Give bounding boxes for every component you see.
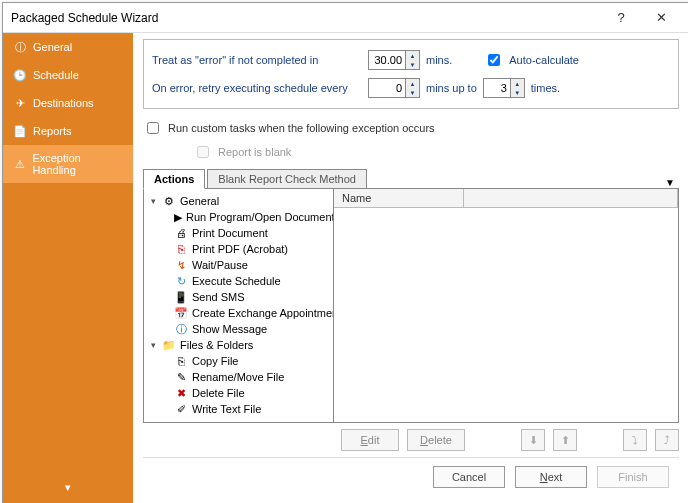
help-button[interactable]: ? xyxy=(601,10,641,25)
window-title: Packaged Schedule Wizard xyxy=(11,11,601,25)
sidebar: ⓘ General 🕒 Schedule ✈ Destinations 📄 Re… xyxy=(3,33,133,503)
close-button[interactable]: ✕ xyxy=(641,10,681,25)
collapse-icon[interactable]: ▾ xyxy=(148,196,158,206)
spin-up-icon[interactable]: ▲ xyxy=(511,79,524,88)
treat-minutes-input[interactable] xyxy=(369,51,405,69)
tree-group-files[interactable]: ▾📁Files & Folders xyxy=(146,337,331,353)
tree-item[interactable]: ⓘShow Message xyxy=(146,321,331,337)
sidebar-collapse[interactable]: ▾ xyxy=(3,471,133,503)
tree-item[interactable]: ✎Rename/Move File xyxy=(146,369,331,385)
action-tree[interactable]: ▾⚙General ▶Run Program/Open Document 🖨Pr… xyxy=(144,189,334,422)
treat-error-label: Treat as "error" if not completed in xyxy=(152,54,362,66)
delete-button[interactable]: Delete xyxy=(407,429,465,451)
sidebar-item-destinations[interactable]: ✈ Destinations xyxy=(3,89,133,117)
rename-icon: ✎ xyxy=(174,370,188,384)
printer-icon: 🖨 xyxy=(174,226,188,240)
arrow-down-icon: ⬇ xyxy=(529,434,538,447)
auto-calculate-checkbox[interactable] xyxy=(488,54,500,66)
sidebar-label: Destinations xyxy=(33,97,94,109)
selected-actions-list: Name xyxy=(334,189,678,422)
wizard-footer: Cancel Next Finish xyxy=(143,457,679,496)
retry-minutes-spinner[interactable]: ▲▼ xyxy=(368,78,420,98)
tree-item[interactable]: ↻Execute Schedule xyxy=(146,273,331,289)
pause-icon: ↯ xyxy=(174,258,188,272)
tree-item[interactable]: ↯Wait/Pause xyxy=(146,257,331,273)
tab-bar: Actions Blank Report Check Method ▼ xyxy=(143,169,679,189)
report-blank-row: Report is blank xyxy=(193,143,679,161)
import-icon: ⤵ xyxy=(632,434,638,446)
spin-down-icon[interactable]: ▼ xyxy=(406,88,419,97)
export-icon: ⤴ xyxy=(664,434,670,446)
tree-group-general[interactable]: ▾⚙General xyxy=(146,193,331,209)
sidebar-item-exception-handling[interactable]: ⚠ Exception Handling xyxy=(3,145,133,183)
titlebar: Packaged Schedule Wizard ? ✕ xyxy=(3,3,688,33)
next-button[interactable]: Next xyxy=(515,466,587,488)
column-blank[interactable] xyxy=(464,189,678,207)
sidebar-label: General xyxy=(33,41,72,53)
write-icon: ✐ xyxy=(174,402,188,416)
tree-item[interactable]: ✐Write Text File xyxy=(146,401,331,417)
spin-up-icon[interactable]: ▲ xyxy=(406,79,419,88)
tab-actions[interactable]: Actions xyxy=(143,169,205,189)
tab-overflow-icon[interactable]: ▼ xyxy=(661,177,679,188)
run-icon: ▶ xyxy=(174,210,182,224)
report-blank-checkbox xyxy=(197,146,209,158)
gear-icon: ⚙ xyxy=(162,194,176,208)
list-body[interactable] xyxy=(334,208,678,422)
times-label: times. xyxy=(531,82,560,94)
finish-button: Finish xyxy=(597,466,669,488)
tree-item[interactable]: ⎘Copy File xyxy=(146,353,331,369)
cancel-button[interactable]: Cancel xyxy=(433,466,505,488)
retry-label: On error, retry executing schedule every xyxy=(152,82,362,94)
copy-icon: ⎘ xyxy=(174,354,188,368)
spin-up-icon[interactable]: ▲ xyxy=(406,51,419,60)
sidebar-label: Exception Handling xyxy=(32,152,123,176)
actions-content: ▾⚙General ▶Run Program/Open Document 🖨Pr… xyxy=(143,189,679,423)
move-down-button[interactable]: ⬇ xyxy=(521,429,545,451)
warning-icon: ⚠ xyxy=(13,157,26,171)
run-custom-label: Run custom tasks when the following exce… xyxy=(168,122,435,134)
sidebar-item-schedule[interactable]: 🕒 Schedule xyxy=(3,61,133,89)
calendar-icon: 📅 xyxy=(174,306,188,320)
list-header: Name xyxy=(334,189,678,208)
tab-blank-report-check[interactable]: Blank Report Check Method xyxy=(207,169,367,189)
collapse-icon[interactable]: ▾ xyxy=(148,340,158,350)
spin-down-icon[interactable]: ▼ xyxy=(511,88,524,97)
report-blank-label: Report is blank xyxy=(218,146,291,158)
arrow-up-icon: ⬆ xyxy=(561,434,570,447)
tree-item[interactable]: ⎘Print PDF (Acrobat) xyxy=(146,241,331,257)
tree-item[interactable]: ▶Run Program/Open Document xyxy=(146,209,331,225)
tree-item[interactable]: 📅Create Exchange Appointment xyxy=(146,305,331,321)
retry-times-spinner[interactable]: ▲▼ xyxy=(483,78,525,98)
move-up-button[interactable]: ⬆ xyxy=(553,429,577,451)
treat-minutes-spinner[interactable]: ▲▼ xyxy=(368,50,420,70)
run-custom-row: Run custom tasks when the following exce… xyxy=(143,119,679,137)
main-panel: Treat as "error" if not completed in ▲▼ … xyxy=(133,33,688,503)
retry-minutes-input[interactable] xyxy=(369,79,405,97)
export-button[interactable]: ⤴ xyxy=(655,429,679,451)
column-name[interactable]: Name xyxy=(334,189,464,207)
spin-down-icon[interactable]: ▼ xyxy=(406,60,419,69)
mins-upto-label: mins up to xyxy=(426,82,477,94)
import-button[interactable]: ⤵ xyxy=(623,429,647,451)
retry-times-input[interactable] xyxy=(484,79,510,97)
tree-item[interactable]: ✖Delete File xyxy=(146,385,331,401)
sidebar-item-general[interactable]: ⓘ General xyxy=(3,33,133,61)
tree-item[interactable]: 📱Send SMS xyxy=(146,289,331,305)
wizard-window: Packaged Schedule Wizard ? ✕ ⓘ General 🕒… xyxy=(2,2,688,503)
pdf-icon: ⎘ xyxy=(174,242,188,256)
mins-label: mins. xyxy=(426,54,452,66)
clock-icon: 🕒 xyxy=(13,68,27,82)
auto-calculate-label: Auto-calculate xyxy=(509,54,579,66)
info-icon: ⓘ xyxy=(174,322,188,336)
edit-button[interactable]: Edit xyxy=(341,429,399,451)
sms-icon: 📱 xyxy=(174,290,188,304)
run-custom-checkbox[interactable] xyxy=(147,122,159,134)
sidebar-label: Schedule xyxy=(33,69,79,81)
info-icon: ⓘ xyxy=(13,40,27,54)
action-toolbar: Edit Delete ⬇ ⬆ ⤵ ⤴ xyxy=(143,423,679,457)
chevron-down-icon: ▾ xyxy=(65,481,71,493)
error-options-box: Treat as "error" if not completed in ▲▼ … xyxy=(143,39,679,109)
tree-item[interactable]: 🖨Print Document xyxy=(146,225,331,241)
sidebar-item-reports[interactable]: 📄 Reports xyxy=(3,117,133,145)
